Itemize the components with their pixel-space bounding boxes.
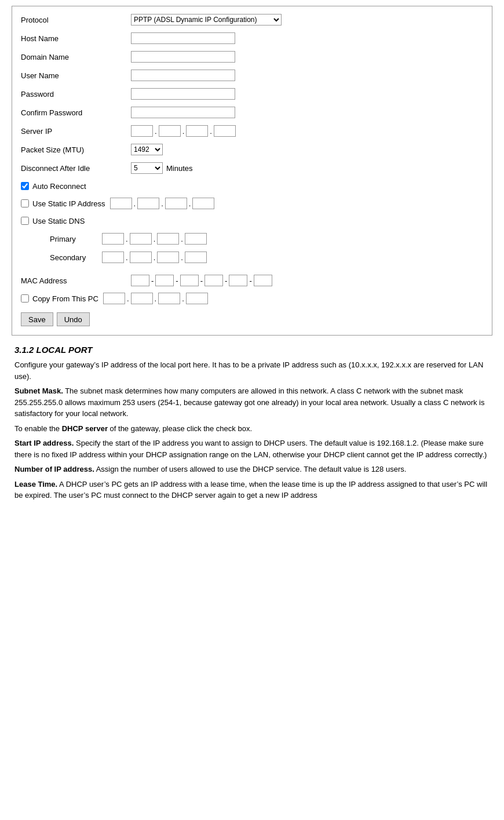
primary-dns-3[interactable] [157,233,179,245]
disconnect-label: Disconnect After Idle [21,164,131,173]
copy-ip-group: . . . [103,293,208,304]
mtu-select[interactable]: 1492 [131,144,163,155]
copy-from-pc-label[interactable]: Copy From This PC [32,294,98,303]
static-dns-label[interactable]: Use Static DNS [32,217,85,225]
auto-reconnect-label[interactable]: Auto Reconnect [32,182,86,191]
lease-text: A DHCP user’s PC gets an IP address with… [14,480,487,500]
static-ip-group: . . . [110,198,215,209]
protocol-select[interactable]: PPTP (ADSL Dynamic IP Configuration) [131,14,282,25]
confirm-password-input[interactable] [131,107,235,118]
lease-bold: Lease Time. [14,480,57,489]
static-ip-label[interactable]: Use Static IP Address [32,199,105,208]
host-name-label: Host Name [21,34,131,43]
copy-ip-2[interactable] [131,293,153,304]
article-subnet: Subnet Mask. The subnet mask determines … [14,385,490,420]
number-bold: Number of IP address. [14,465,94,473]
copy-ip-1[interactable] [103,293,125,304]
primary-label: Primary [50,235,102,243]
subnet-text: The subnet mask determines how many comp… [14,387,484,418]
confirm-password-row: Confirm Password [21,105,483,120]
static-ip-1[interactable] [110,198,132,209]
server-ip-row: Server IP . . . [21,123,483,139]
mac-address-label: MAC Address [21,276,131,285]
secondary-ip-group: . . . [102,252,207,263]
mac-6[interactable] [254,275,272,286]
server-ip-2[interactable] [159,125,181,137]
server-ip-label: Server IP [21,127,131,136]
auto-reconnect-checkbox[interactable] [21,182,29,190]
secondary-dns-row: Secondary . . . [21,250,483,265]
confirm-password-label: Confirm Password [21,108,131,117]
button-row: Save Undo [21,312,483,326]
static-ip-2[interactable] [137,198,159,209]
domain-name-row: Domain Name [21,49,483,64]
server-ip-3[interactable] [186,125,208,137]
start-text: Specify the start of the IP address you … [14,439,487,459]
static-ip-3[interactable] [165,198,187,209]
static-dns-row: Use Static DNS [21,214,483,228]
mac-5[interactable] [229,275,247,286]
password-row: Password [21,86,483,101]
password-input[interactable] [131,88,235,100]
mac-group: - - - - - [131,275,272,286]
secondary-dns-1[interactable] [102,252,124,263]
article-dhcp: To enable the DHCP server of the gateway… [14,423,490,435]
mac-2[interactable] [155,275,174,286]
mac-1[interactable] [131,275,149,286]
host-name-row: Host Name [21,31,483,46]
number-text: Assign the number of users allowed to us… [94,465,407,473]
user-name-input[interactable] [131,70,235,81]
dhcp-bold: DHCP server [62,424,108,433]
user-name-row: User Name [21,68,483,83]
article-start: Start IP address. Specify the start of t… [14,438,490,460]
server-ip-1[interactable] [131,125,153,137]
primary-dns-row: Primary . . . [21,231,483,246]
host-name-input[interactable] [131,32,235,44]
packet-size-row: Packet Size (MTU) 1492 [21,142,483,157]
secondary-dns-2[interactable] [130,252,152,263]
secondary-dns-3[interactable] [157,252,179,263]
article-heading: 3.1.2 LOCAL PORT [14,345,490,355]
start-bold: Start IP address. [14,439,74,447]
save-button[interactable]: Save [21,312,53,326]
static-ip-4[interactable] [192,198,214,209]
article-para1: Configure your gateway’s IP address of t… [14,359,490,382]
protocol-label: Protocol [21,16,131,24]
disconnect-select[interactable]: 5 [131,162,163,174]
server-ip-sep3: . [210,127,212,136]
article-lease: Lease Time. A DHCP user’s PC gets an IP … [14,479,490,501]
secondary-label: Secondary [50,253,102,262]
article-section: 3.1.2 LOCAL PORT Configure your gateway’… [12,345,492,501]
primary-ip-group: . . . [102,233,207,245]
protocol-row: Protocol PPTP (ADSL Dynamic IP Configura… [21,12,483,27]
article-number: Number of IP address. Assign the number … [14,464,490,475]
copy-from-pc-checkbox[interactable] [21,294,29,303]
minutes-label: Minutes [166,164,193,173]
disconnect-row: Disconnect After Idle 5 Minutes [21,161,483,176]
undo-button[interactable]: Undo [57,312,90,326]
mac-4[interactable] [204,275,223,286]
server-ip-group: . . . [131,125,236,137]
domain-name-input[interactable] [131,51,235,63]
password-label: Password [21,90,131,99]
primary-dns-1[interactable] [102,233,124,245]
mtu-group: 1492 [131,144,163,155]
static-dns-checkbox[interactable] [21,217,29,225]
config-form: Protocol PPTP (ADSL Dynamic IP Configura… [12,6,492,336]
server-ip-4[interactable] [214,125,236,137]
static-ip-row: Use Static IP Address . . . [21,196,483,210]
mac-3[interactable] [180,275,199,286]
dhcp-text: of the gateway, please click the check b… [108,424,252,433]
packet-size-label: Packet Size (MTU) [21,145,131,154]
primary-dns-2[interactable] [130,233,152,245]
secondary-dns-4[interactable] [185,252,207,263]
mac-address-row: MAC Address - - - - - [21,273,483,288]
primary-dns-4[interactable] [185,233,207,245]
auto-reconnect-row: Auto Reconnect [21,179,483,193]
copy-ip-4[interactable] [186,293,208,304]
subnet-bold: Subnet Mask. [14,387,63,395]
copy-from-pc-row: Copy From This PC . . . [21,291,483,305]
dhcp-intro: To enable the [14,424,62,433]
static-ip-checkbox[interactable] [21,199,29,207]
copy-ip-3[interactable] [158,293,180,304]
